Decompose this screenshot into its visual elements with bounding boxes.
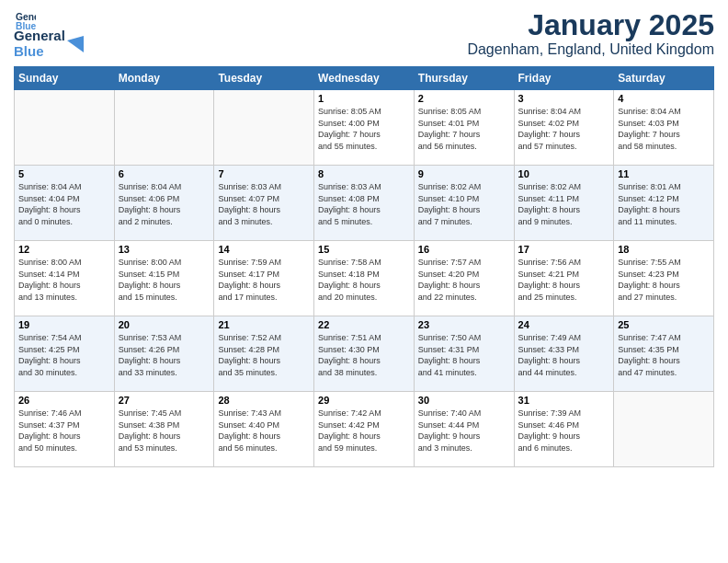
day-number: 6 — [119, 168, 210, 179]
day-number: 23 — [418, 319, 510, 330]
calendar-day-cell: 1Sunrise: 8:05 AMSunset: 4:00 PMDaylight… — [314, 90, 415, 166]
day-info: Sunrise: 7:45 AMSunset: 4:38 PMDaylight:… — [119, 408, 210, 454]
day-info: Sunrise: 7:55 AMSunset: 4:23 PMDaylight:… — [618, 257, 710, 303]
location: Dagenham, England, United Kingdom — [467, 41, 714, 58]
calendar-day-cell: 6Sunrise: 8:04 AMSunset: 4:06 PMDaylight… — [114, 166, 214, 241]
calendar-day-cell: 22Sunrise: 7:51 AMSunset: 4:30 PMDayligh… — [314, 316, 415, 392]
calendar-day-cell: 3Sunrise: 8:04 AMSunset: 4:02 PMDaylight… — [514, 90, 614, 166]
day-info: Sunrise: 7:56 AMSunset: 4:21 PMDaylight:… — [518, 257, 610, 303]
day-number: 1 — [318, 93, 410, 104]
day-number: 27 — [119, 395, 210, 406]
calendar-header-thursday: Thursday — [414, 67, 514, 90]
day-number: 31 — [518, 395, 610, 406]
day-number: 22 — [318, 319, 410, 330]
calendar-day-cell: 28Sunrise: 7:43 AMSunset: 4:40 PMDayligh… — [214, 392, 314, 467]
calendar-week-row: 12Sunrise: 8:00 AMSunset: 4:14 PMDayligh… — [15, 241, 714, 316]
day-number: 14 — [218, 244, 310, 255]
calendar-day-cell — [15, 90, 115, 166]
page: General Blue General Blue January 2025 D… — [0, 0, 728, 563]
calendar-day-cell: 12Sunrise: 8:00 AMSunset: 4:14 PMDayligh… — [15, 241, 115, 316]
day-info: Sunrise: 8:03 AMSunset: 4:07 PMDaylight:… — [218, 181, 310, 227]
calendar-day-cell: 20Sunrise: 7:53 AMSunset: 4:26 PMDayligh… — [114, 316, 214, 392]
calendar-day-cell: 31Sunrise: 7:39 AMSunset: 4:46 PMDayligh… — [514, 392, 614, 467]
calendar-header-saturday: Saturday — [614, 67, 714, 90]
calendar-day-cell: 15Sunrise: 7:58 AMSunset: 4:18 PMDayligh… — [314, 241, 415, 316]
day-number: 5 — [18, 168, 110, 179]
day-info: Sunrise: 7:53 AMSunset: 4:26 PMDaylight:… — [119, 332, 210, 378]
day-number: 28 — [218, 395, 310, 406]
month-title: January 2025 — [467, 9, 714, 41]
day-info: Sunrise: 7:52 AMSunset: 4:28 PMDaylight:… — [218, 332, 310, 378]
logo-arrow-icon — [67, 36, 84, 52]
calendar-day-cell: 21Sunrise: 7:52 AMSunset: 4:28 PMDayligh… — [214, 316, 314, 392]
day-number: 2 — [418, 93, 510, 104]
calendar-day-cell: 9Sunrise: 8:02 AMSunset: 4:10 PMDaylight… — [414, 166, 514, 241]
calendar-week-row: 1Sunrise: 8:05 AMSunset: 4:00 PMDaylight… — [15, 90, 714, 166]
calendar-day-cell: 27Sunrise: 7:45 AMSunset: 4:38 PMDayligh… — [114, 392, 214, 467]
calendar-day-cell: 19Sunrise: 7:54 AMSunset: 4:25 PMDayligh… — [15, 316, 115, 392]
calendar-day-cell: 2Sunrise: 8:05 AMSunset: 4:01 PMDaylight… — [414, 90, 514, 166]
day-info: Sunrise: 7:54 AMSunset: 4:25 PMDaylight:… — [18, 332, 110, 378]
day-number: 18 — [618, 244, 710, 255]
day-info: Sunrise: 7:47 AMSunset: 4:35 PMDaylight:… — [618, 332, 710, 378]
calendar-day-cell: 26Sunrise: 7:46 AMSunset: 4:37 PMDayligh… — [15, 392, 115, 467]
day-number: 7 — [218, 168, 310, 179]
day-info: Sunrise: 8:04 AMSunset: 4:03 PMDaylight:… — [618, 106, 710, 152]
calendar-day-cell: 23Sunrise: 7:50 AMSunset: 4:31 PMDayligh… — [414, 316, 514, 392]
calendar-day-cell: 30Sunrise: 7:40 AMSunset: 4:44 PMDayligh… — [414, 392, 514, 467]
calendar-week-row: 5Sunrise: 8:04 AMSunset: 4:04 PMDaylight… — [15, 166, 714, 241]
day-info: Sunrise: 7:59 AMSunset: 4:17 PMDaylight:… — [218, 257, 310, 303]
day-info: Sunrise: 8:02 AMSunset: 4:10 PMDaylight:… — [418, 181, 510, 227]
calendar-day-cell: 25Sunrise: 7:47 AMSunset: 4:35 PMDayligh… — [614, 316, 714, 392]
day-info: Sunrise: 7:50 AMSunset: 4:31 PMDaylight:… — [418, 332, 510, 378]
day-number: 20 — [119, 319, 210, 330]
calendar-table: SundayMondayTuesdayWednesdayThursdayFrid… — [14, 66, 714, 467]
calendar-day-cell: 24Sunrise: 7:49 AMSunset: 4:33 PMDayligh… — [514, 316, 614, 392]
calendar-header-friday: Friday — [514, 67, 614, 90]
day-number: 21 — [218, 319, 310, 330]
title-block: January 2025 Dagenham, England, United K… — [467, 9, 714, 58]
day-info: Sunrise: 8:04 AMSunset: 4:06 PMDaylight:… — [119, 181, 210, 227]
calendar-header-sunday: Sunday — [15, 67, 115, 90]
calendar-day-cell: 17Sunrise: 7:56 AMSunset: 4:21 PMDayligh… — [514, 241, 614, 316]
day-number: 29 — [318, 395, 410, 406]
calendar-day-cell: 14Sunrise: 7:59 AMSunset: 4:17 PMDayligh… — [214, 241, 314, 316]
calendar-header-monday: Monday — [114, 67, 214, 90]
calendar-header-wednesday: Wednesday — [314, 67, 415, 90]
day-number: 13 — [119, 244, 210, 255]
day-number: 15 — [318, 244, 410, 255]
day-info: Sunrise: 8:03 AMSunset: 4:08 PMDaylight:… — [318, 181, 410, 227]
day-info: Sunrise: 8:00 AMSunset: 4:14 PMDaylight:… — [18, 257, 110, 303]
day-info: Sunrise: 7:39 AMSunset: 4:46 PMDaylight:… — [518, 408, 610, 454]
day-number: 10 — [518, 168, 610, 179]
day-number: 3 — [518, 93, 610, 104]
day-number: 30 — [418, 395, 510, 406]
day-info: Sunrise: 8:05 AMSunset: 4:01 PMDaylight:… — [418, 106, 510, 152]
day-info: Sunrise: 8:00 AMSunset: 4:15 PMDaylight:… — [119, 257, 210, 303]
calendar-day-cell: 4Sunrise: 8:04 AMSunset: 4:03 PMDaylight… — [614, 90, 714, 166]
day-number: 16 — [418, 244, 510, 255]
calendar-day-cell — [214, 90, 314, 166]
calendar-day-cell — [614, 392, 714, 467]
day-info: Sunrise: 7:42 AMSunset: 4:42 PMDaylight:… — [318, 408, 410, 454]
calendar-week-row: 19Sunrise: 7:54 AMSunset: 4:25 PMDayligh… — [15, 316, 714, 392]
day-number: 4 — [618, 93, 710, 104]
logo-line2: Blue — [14, 44, 65, 60]
calendar-week-row: 26Sunrise: 7:46 AMSunset: 4:37 PMDayligh… — [15, 392, 714, 467]
day-info: Sunrise: 8:04 AMSunset: 4:04 PMDaylight:… — [18, 181, 110, 227]
calendar-day-cell: 10Sunrise: 8:02 AMSunset: 4:11 PMDayligh… — [514, 166, 614, 241]
svg-marker-3 — [67, 36, 84, 52]
calendar-day-cell: 7Sunrise: 8:03 AMSunset: 4:07 PMDaylight… — [214, 166, 314, 241]
calendar-header-tuesday: Tuesday — [214, 67, 314, 90]
logo: General Blue General Blue — [14, 9, 84, 59]
calendar-day-cell: 18Sunrise: 7:55 AMSunset: 4:23 PMDayligh… — [614, 241, 714, 316]
calendar-day-cell: 13Sunrise: 8:00 AMSunset: 4:15 PMDayligh… — [114, 241, 214, 316]
day-info: Sunrise: 8:04 AMSunset: 4:02 PMDaylight:… — [518, 106, 610, 152]
calendar-day-cell: 8Sunrise: 8:03 AMSunset: 4:08 PMDaylight… — [314, 166, 415, 241]
day-number: 12 — [18, 244, 110, 255]
day-number: 9 — [418, 168, 510, 179]
day-info: Sunrise: 8:01 AMSunset: 4:12 PMDaylight:… — [618, 181, 710, 227]
svg-text:General: General — [16, 12, 36, 22]
day-info: Sunrise: 7:58 AMSunset: 4:18 PMDaylight:… — [318, 257, 410, 303]
calendar-header-row: SundayMondayTuesdayWednesdayThursdayFrid… — [15, 67, 714, 90]
